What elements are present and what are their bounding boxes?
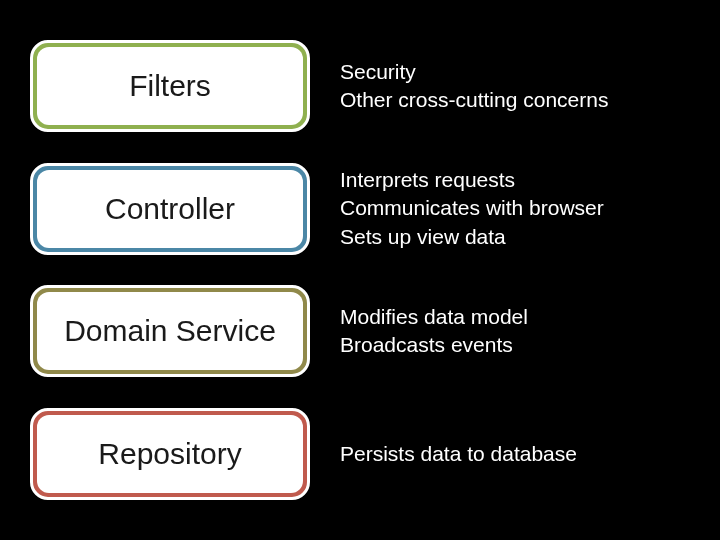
- layer-label: Filters: [129, 69, 211, 103]
- layer-pill-inner: Domain Service: [37, 292, 303, 370]
- layer-pill-controller: Controller: [30, 163, 310, 255]
- layer-desc-filters: Security Other cross-cutting concerns: [340, 58, 680, 115]
- layer-pill-inner: Filters: [37, 47, 303, 125]
- desc-line: Communicates with browser: [340, 194, 680, 222]
- layer-row-repository: Repository Persists data to database: [30, 408, 680, 500]
- layer-pill-filters: Filters: [30, 40, 310, 132]
- layer-row-controller: Controller Interprets requests Communica…: [30, 163, 680, 255]
- layer-pill-repository: Repository: [30, 408, 310, 500]
- layer-row-filters: Filters Security Other cross-cutting con…: [30, 40, 680, 132]
- layer-label: Domain Service: [64, 314, 276, 348]
- layer-label: Controller: [105, 192, 235, 226]
- desc-line: Persists data to database: [340, 440, 680, 468]
- layer-desc-controller: Interprets requests Communicates with br…: [340, 166, 680, 251]
- layer-pill-inner: Controller: [37, 170, 303, 248]
- desc-line: Interprets requests: [340, 166, 680, 194]
- desc-line: Other cross-cutting concerns: [340, 86, 680, 114]
- layer-pill-inner: Repository: [37, 415, 303, 493]
- desc-line: Modifies data model: [340, 303, 680, 331]
- layer-row-domain-service: Domain Service Modifies data model Broad…: [30, 285, 680, 377]
- desc-line: Security: [340, 58, 680, 86]
- layer-label: Repository: [98, 437, 241, 471]
- layer-pill-domain-service: Domain Service: [30, 285, 310, 377]
- layer-desc-domain-service: Modifies data model Broadcasts events: [340, 303, 680, 360]
- layer-desc-repository: Persists data to database: [340, 440, 680, 468]
- desc-line: Broadcasts events: [340, 331, 680, 359]
- desc-line: Sets up view data: [340, 223, 680, 251]
